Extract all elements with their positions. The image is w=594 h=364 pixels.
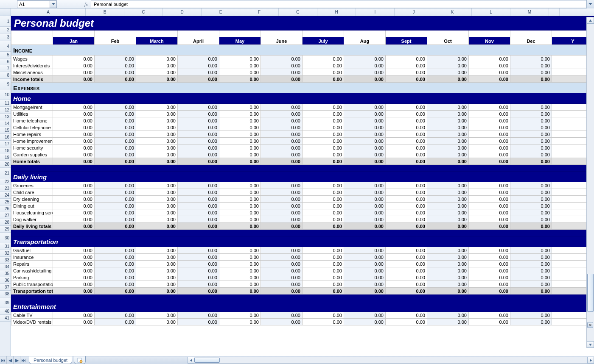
cell[interactable]: 0.00: [469, 131, 510, 138]
cell[interactable]: 0.00: [219, 104, 261, 111]
cell[interactable]: Utilities: [11, 111, 53, 117]
cell[interactable]: Miscellaneous: [11, 69, 53, 76]
cell[interactable]: 0.00: [427, 111, 469, 117]
cell[interactable]: Dry cleaning: [11, 196, 53, 203]
cell[interactable]: 0.00: [386, 189, 427, 196]
cell[interactable]: 0.00: [136, 158, 178, 165]
cell[interactable]: 0.00: [95, 151, 136, 158]
cell[interactable]: 0.00: [469, 189, 510, 196]
cell[interactable]: 0.00: [53, 281, 95, 288]
cell[interactable]: 0.00: [261, 288, 303, 295]
cell[interactable]: Home repairs: [11, 131, 53, 138]
cell[interactable]: 0.00: [344, 261, 386, 267]
cell[interactable]: 0.00: [469, 144, 510, 151]
row-header-29[interactable]: 29: [0, 226, 11, 233]
cell[interactable]: 0.00: [219, 131, 261, 138]
cell[interactable]: Expenses: [11, 83, 594, 93]
cell[interactable]: 0.00: [303, 189, 344, 196]
cell[interactable]: [11, 37, 53, 45]
cell[interactable]: [136, 31, 178, 37]
cell[interactable]: 0.00: [469, 104, 510, 111]
cell[interactable]: Cable TV: [11, 312, 53, 319]
cell[interactable]: 0.00: [469, 267, 510, 274]
cell[interactable]: [386, 31, 427, 37]
cell[interactable]: 0.00: [219, 223, 261, 230]
row-header-14[interactable]: 14: [0, 120, 11, 127]
cell[interactable]: Home: [11, 93, 594, 104]
cell[interactable]: 0.00: [261, 138, 303, 144]
cell[interactable]: Income: [11, 45, 594, 56]
cell[interactable]: 0.00: [136, 216, 178, 223]
cell[interactable]: 0.00: [53, 111, 95, 117]
cell[interactable]: 0.00: [510, 131, 552, 138]
cell[interactable]: 0.00: [136, 124, 178, 131]
cell[interactable]: 0.00: [95, 267, 136, 274]
cell[interactable]: 0.00: [178, 124, 219, 131]
cell[interactable]: 0.00: [53, 76, 95, 83]
cell[interactable]: 0.00: [219, 124, 261, 131]
cell[interactable]: 0.00: [510, 254, 552, 261]
cell[interactable]: Daily living totals: [11, 223, 53, 230]
cell[interactable]: 0.00: [344, 247, 386, 254]
cell[interactable]: 0.00: [95, 158, 136, 165]
cell[interactable]: 0.00: [303, 288, 344, 295]
scroll-left-button[interactable]: [188, 357, 194, 364]
cell[interactable]: [261, 31, 303, 37]
cell[interactable]: 0.00: [219, 196, 261, 203]
cell[interactable]: 0.00: [303, 267, 344, 274]
cell[interactable]: 0.00: [261, 274, 303, 281]
cell[interactable]: 0.00: [303, 274, 344, 281]
cell[interactable]: 0.00: [178, 267, 219, 274]
cell[interactable]: [469, 31, 510, 37]
cell[interactable]: 0.00: [469, 247, 510, 254]
cell[interactable]: 0.00: [95, 209, 136, 216]
cell[interactable]: 0.00: [510, 189, 552, 196]
cell[interactable]: 0.00: [261, 312, 303, 319]
cell[interactable]: 0.00: [469, 274, 510, 281]
cell[interactable]: 0.00: [427, 138, 469, 144]
cell[interactable]: 0.00: [53, 56, 95, 62]
cell[interactable]: 0.00: [219, 182, 261, 189]
cell[interactable]: 0.00: [303, 158, 344, 165]
row-header-20[interactable]: 20: [0, 161, 11, 168]
cell[interactable]: 0.00: [261, 189, 303, 196]
row-header-17[interactable]: 17: [0, 141, 11, 147]
cell[interactable]: 0.00: [178, 151, 219, 158]
cell[interactable]: 0.00: [261, 104, 303, 111]
cell[interactable]: 0.00: [219, 261, 261, 267]
cell[interactable]: 0.00: [178, 254, 219, 261]
cell[interactable]: 0.00: [386, 288, 427, 295]
new-sheet-button[interactable]: [74, 356, 86, 364]
cell[interactable]: Car wash/detailing services: [11, 267, 53, 274]
cell[interactable]: 0.00: [95, 117, 136, 124]
cell[interactable]: 0.00: [178, 196, 219, 203]
cell[interactable]: 0.00: [427, 209, 469, 216]
cell[interactable]: 0.00: [136, 62, 178, 69]
cell[interactable]: 0.00: [261, 76, 303, 83]
cell[interactable]: 0.00: [469, 261, 510, 267]
cell[interactable]: 0.00: [469, 203, 510, 209]
row-header-12[interactable]: 12: [0, 107, 11, 114]
cell[interactable]: 0.00: [95, 124, 136, 131]
cell[interactable]: 0.00: [53, 319, 95, 325]
cell[interactable]: 0.00: [136, 196, 178, 203]
cell[interactable]: 0.00: [427, 144, 469, 151]
cell[interactable]: 0.00: [386, 319, 427, 325]
cell[interactable]: 0.00: [219, 151, 261, 158]
cell[interactable]: Child care: [11, 189, 53, 196]
cell[interactable]: 0.00: [261, 223, 303, 230]
cell[interactable]: 0.00: [95, 312, 136, 319]
cell[interactable]: 0.00: [95, 76, 136, 83]
cell[interactable]: 0.00: [469, 124, 510, 131]
cell[interactable]: 0.00: [219, 254, 261, 261]
cell[interactable]: 0.00: [261, 182, 303, 189]
cell[interactable]: 0.00: [427, 62, 469, 69]
tab-last-button[interactable]: ⏭: [20, 356, 27, 364]
cell[interactable]: 0.00: [427, 182, 469, 189]
cell[interactable]: Personal budget: [11, 17, 594, 31]
cell[interactable]: 0.00: [469, 111, 510, 117]
cell[interactable]: 0.00: [510, 223, 552, 230]
cell[interactable]: 0.00: [344, 69, 386, 76]
cell[interactable]: 0.00: [510, 216, 552, 223]
cell[interactable]: 0.00: [510, 124, 552, 131]
